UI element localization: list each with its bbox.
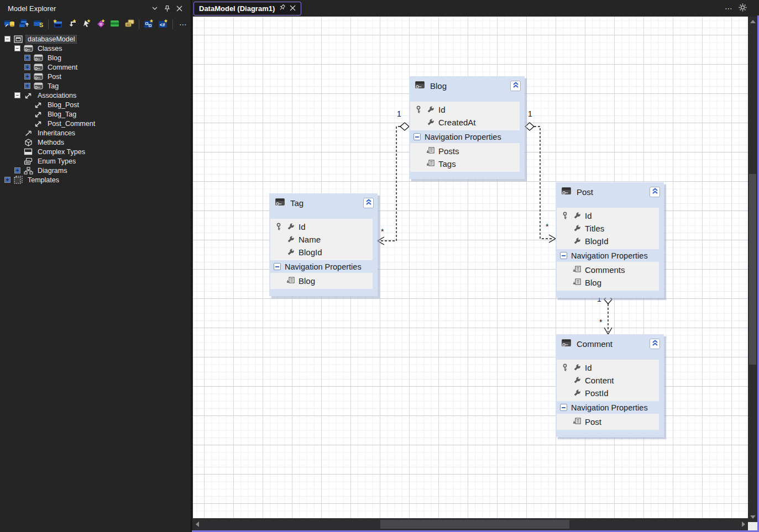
entity-header[interactable]: Comment: [556, 334, 664, 353]
tree-item-inheritances[interactable]: Inheritances: [0, 128, 191, 138]
tree-item-databasemodel[interactable]: − databaseModel: [0, 34, 191, 44]
editor-settings-button[interactable]: [739, 3, 747, 13]
property-row[interactable]: Id: [410, 103, 520, 116]
scroll-down-arrow-icon[interactable]: [750, 515, 756, 519]
tree-item-methods[interactable]: Methods: [0, 138, 191, 147]
navigation-row[interactable]: Blog: [270, 275, 373, 287]
entity-post[interactable]: Post Id Titles: [556, 182, 664, 298]
collapse-expander-icon[interactable]: −: [14, 92, 20, 98]
association-icon: [33, 110, 43, 118]
entity-comment[interactable]: Comment Id Content: [556, 334, 664, 437]
add-enum-button[interactable]: [95, 18, 108, 31]
tree-item-blog-tag[interactable]: Blog_Tag: [0, 109, 191, 119]
pin-tab-button[interactable]: [279, 4, 286, 13]
property-row[interactable]: BlogId: [270, 246, 373, 259]
tree-item-associations[interactable]: − Associations: [0, 91, 191, 100]
entity-blog[interactable]: Blog Id CreatedAt: [409, 76, 525, 179]
navigation-row[interactable]: Comments: [557, 264, 659, 276]
close-tab-button[interactable]: [290, 4, 296, 13]
property-row[interactable]: Id: [270, 220, 373, 233]
scroll-left-arrow-icon[interactable]: [196, 522, 199, 527]
entity-header[interactable]: Tag: [269, 193, 378, 212]
collapse-entity-button[interactable]: [510, 81, 521, 91]
collapse-expander-icon[interactable]: −: [4, 36, 11, 42]
tree-item-classes[interactable]: − Classes: [0, 44, 191, 53]
entity-tag[interactable]: Tag Id Name: [269, 193, 378, 296]
add-complex-type-button[interactable]: [108, 18, 122, 31]
pin-panel-button[interactable]: [161, 3, 173, 14]
add-enum-type-button[interactable]: [123, 18, 136, 31]
tree-item-blog[interactable]: + Blog: [0, 53, 191, 62]
collapse-entity-button[interactable]: [650, 339, 660, 349]
collapse-entity-button[interactable]: [363, 198, 374, 208]
multiplicity-label: 1: [397, 109, 401, 118]
tab-datamodel-diagram1[interactable]: DataModel (Diagram1): [193, 2, 301, 15]
property-name: Id: [585, 363, 592, 372]
expand-expander-icon[interactable]: +: [4, 177, 11, 183]
navigation-row[interactable]: Blog: [557, 276, 659, 289]
generate-code-button[interactable]: <#: [156, 18, 170, 31]
expand-expander-icon[interactable]: +: [24, 64, 30, 70]
expand-expander-icon[interactable]: +: [14, 167, 20, 173]
add-inheritance-button[interactable]: [80, 18, 93, 31]
navigation-properties-header[interactable]: Navigation Properties: [409, 130, 525, 143]
property-row[interactable]: BlogId: [557, 235, 659, 247]
add-association-button[interactable]: [66, 18, 79, 31]
property-row[interactable]: PostId: [557, 387, 659, 399]
vertical-scrollbar-thumb[interactable]: [749, 174, 756, 365]
add-new-diagram-button[interactable]: [142, 18, 155, 31]
scroll-up-arrow-icon[interactable]: [750, 20, 756, 23]
navigation-row[interactable]: Posts: [410, 145, 520, 157]
window-position-button[interactable]: [149, 3, 161, 14]
collapse-section-icon[interactable]: [560, 252, 567, 259]
expand-expander-icon[interactable]: +: [24, 55, 30, 61]
collapse-section-icon[interactable]: [413, 133, 421, 140]
generate-database-from-model-button[interactable]: [18, 18, 31, 31]
scroll-right-arrow-icon[interactable]: [742, 522, 745, 527]
tree-item-post[interactable]: + Post: [0, 72, 191, 81]
tree-item-label: Templates: [26, 176, 61, 184]
tree-item-complex-types[interactable]: Complex Types: [0, 147, 191, 156]
vertical-scrollbar[interactable]: [748, 17, 757, 522]
property-row[interactable]: Content: [557, 374, 659, 387]
collapse-section-icon[interactable]: [274, 263, 281, 270]
navigation-properties-header[interactable]: Navigation Properties: [556, 249, 664, 262]
tree-item-blog-post[interactable]: Blog_Post: [0, 100, 191, 109]
collapse-expander-icon[interactable]: −: [14, 45, 20, 51]
tree-item-tag[interactable]: + Tag: [0, 81, 191, 91]
tree-item-templates[interactable]: + Templates: [0, 175, 191, 185]
navigation-row[interactable]: Tags: [410, 157, 520, 170]
property-row[interactable]: CreatedAt: [410, 116, 520, 129]
tree-item-diagrams[interactable]: + Diagrams: [0, 166, 191, 175]
entity-header[interactable]: Blog: [409, 76, 525, 95]
diagram-canvas[interactable]: 1 * 1 * 1 * Blog Id: [193, 17, 748, 518]
document-editor: DataModel (Diagram1) ⋯: [192, 0, 759, 532]
collapse-entity-button[interactable]: [650, 187, 660, 197]
expand-expander-icon[interactable]: +: [24, 73, 30, 80]
horizontal-scrollbar-thumb[interactable]: [380, 520, 569, 529]
navigation-properties-header[interactable]: Navigation Properties: [269, 260, 378, 273]
tree-item-enum-types[interactable]: Enum Types: [0, 156, 191, 166]
tree-item-label: Blog: [46, 54, 63, 62]
navigation-row[interactable]: Post: [557, 415, 659, 428]
add-entity-button[interactable]: [51, 18, 65, 31]
property-row[interactable]: Name: [270, 233, 373, 246]
expand-expander-icon[interactable]: +: [24, 83, 30, 89]
property-row[interactable]: Id: [557, 361, 659, 374]
collapse-section-icon[interactable]: [560, 404, 567, 411]
tabstrip-more-options-button[interactable]: ⋯: [725, 4, 733, 13]
update-model-from-database-button[interactable]: [3, 18, 17, 31]
panel-titlebar[interactable]: Model Explorer: [0, 0, 191, 17]
validate-model-button[interactable]: S: [32, 18, 45, 31]
navigation-properties-header[interactable]: Navigation Properties: [556, 401, 664, 414]
close-icon: [176, 6, 182, 12]
tree-item-post-comment[interactable]: Post_Comment: [0, 119, 191, 128]
scalar-properties-section: Id CreatedAt: [410, 102, 520, 130]
entity-header[interactable]: Post: [556, 182, 664, 201]
property-row[interactable]: Id: [557, 209, 659, 222]
close-panel-button[interactable]: [173, 3, 185, 14]
property-row[interactable]: Titles: [557, 222, 659, 235]
horizontal-scrollbar[interactable]: [193, 518, 748, 530]
toolbar-overflow-button[interactable]: ⋯: [176, 20, 191, 29]
tree-item-comment[interactable]: + Comment: [0, 62, 191, 72]
